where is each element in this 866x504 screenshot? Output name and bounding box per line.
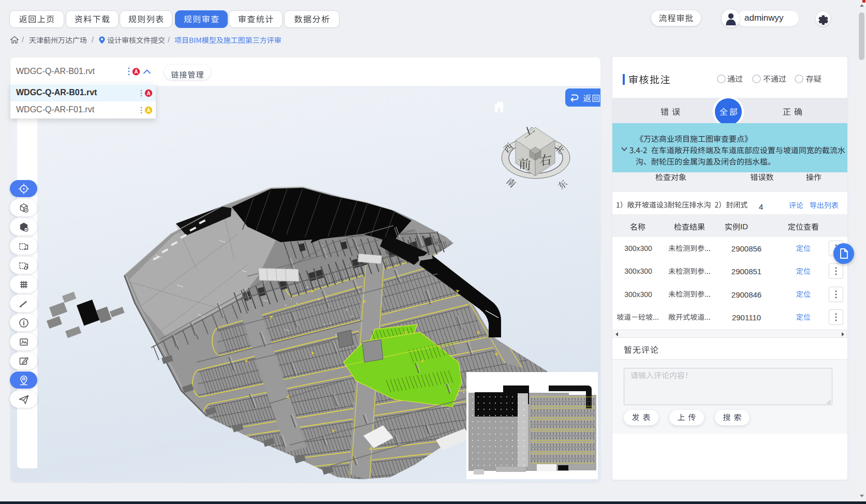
svg-text:A: A [146, 91, 150, 96]
svg-text:A: A [134, 69, 138, 75]
svg-text:A: A [146, 108, 150, 113]
